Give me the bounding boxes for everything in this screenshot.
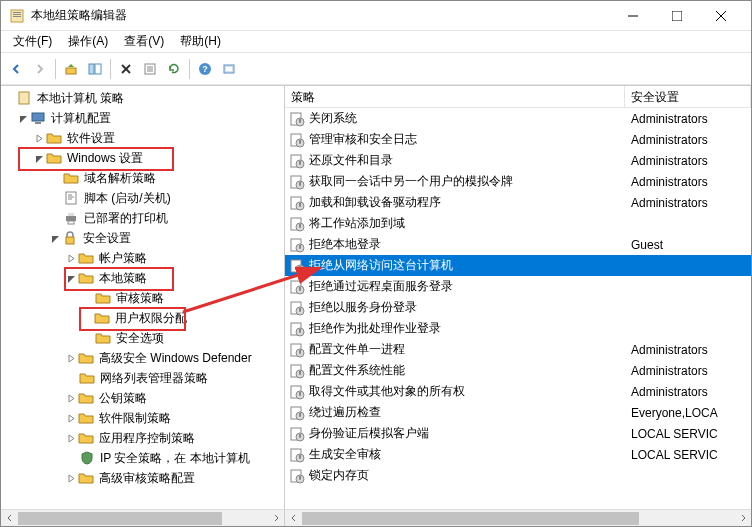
chevron-right-icon[interactable] [65,412,77,424]
policy-icon [289,321,305,337]
back-button[interactable] [5,58,27,80]
tree-software[interactable]: 软件设置 [1,128,284,148]
list-row[interactable]: 关闭系统Administrators [285,108,751,129]
forward-button[interactable] [29,58,51,80]
tree-windows-settings[interactable]: Windows 设置 [1,148,284,168]
scroll-left-icon[interactable] [285,510,302,527]
tree[interactable]: 本地计算机 策略 计算机配置 软件设置 Windows 设置 [1,86,284,509]
list-row[interactable]: 绕过遍历检查Everyone,LOCA [285,402,751,423]
policy-icon [289,300,305,316]
tree-computer-config[interactable]: 计算机配置 [1,108,284,128]
chevron-right-icon[interactable] [33,132,45,144]
list-row[interactable]: 将工作站添加到域 [285,213,751,234]
svg-rect-20 [226,67,232,71]
export-button[interactable] [218,58,240,80]
tree-pubkey[interactable]: 公钥策略 [1,388,284,408]
tree-appctrl[interactable]: 应用程序控制策略 [1,428,284,448]
svg-rect-23 [35,122,41,124]
tree-user-rights[interactable]: 用户权限分配 [1,308,284,328]
list-row[interactable]: 生成安全审核LOCAL SERVIC [285,444,751,465]
policy-setting: Guest [631,238,663,252]
menu-action[interactable]: 操作(A) [60,31,116,52]
policy-icon [289,237,305,253]
tree-dns[interactable]: 域名解析策略 [1,168,284,188]
help-button[interactable]: ? [194,58,216,80]
list-row[interactable]: 拒绝从网络访问这台计算机 [285,255,751,276]
policy-name: 配置文件系统性能 [309,362,405,379]
chevron-right-icon[interactable] [65,432,77,444]
svg-point-36 [299,142,301,144]
lock-icon [62,230,78,246]
list-row[interactable]: 取得文件或其他对象的所有权Administrators [285,381,751,402]
chevron-right-icon[interactable] [65,352,77,364]
tree-scripts[interactable]: 脚本 (启动/关机) [1,188,284,208]
tree-printers[interactable]: 已部署的打印机 [1,208,284,228]
close-button[interactable] [699,2,743,30]
tree-security[interactable]: 安全设置 [1,228,284,248]
column-setting[interactable]: 安全设置 [625,86,751,107]
column-policy[interactable]: 策略 [285,86,625,107]
list-hscrollbar[interactable] [285,509,751,526]
refresh-button[interactable] [163,58,185,80]
policy-setting: Administrators [631,133,708,147]
tree-defender[interactable]: 高级安全 Windows Defender [1,348,284,368]
svg-point-96 [299,457,301,459]
svg-text:?: ? [202,64,208,74]
list-row[interactable]: 获取同一会话中另一个用户的模拟令牌Administrators [285,171,751,192]
svg-point-100 [299,478,301,480]
chevron-down-icon[interactable] [17,112,29,124]
folder-icon [79,370,95,386]
scroll-left-icon[interactable] [1,510,18,527]
policy-name: 锁定内存页 [309,467,369,484]
list-row[interactable]: 身份验证后模拟客户端LOCAL SERVIC [285,423,751,444]
show-hide-button[interactable] [84,58,106,80]
policy-setting: Administrators [631,343,708,357]
tree-local-policy[interactable]: 本地策略 [1,268,284,288]
list-row[interactable]: 配置文件系统性能Administrators [285,360,751,381]
scroll-right-icon[interactable] [267,510,284,527]
chevron-down-icon[interactable] [65,272,77,284]
folder-icon [78,250,94,266]
properties-button[interactable] [139,58,161,80]
chevron-right-icon[interactable] [65,392,77,404]
up-button[interactable] [60,58,82,80]
maximize-button[interactable] [655,2,699,30]
list-row[interactable]: 拒绝本地登录Guest [285,234,751,255]
menu-help[interactable]: 帮助(H) [172,31,229,52]
list-row[interactable]: 管理审核和安全日志Administrators [285,129,751,150]
chevron-down-icon[interactable] [33,152,45,164]
tree-netlist[interactable]: 网络列表管理器策略 [1,368,284,388]
menu-file[interactable]: 文件(F) [5,31,60,52]
minimize-button[interactable] [611,2,655,30]
toolbar: ? [1,53,751,85]
tree-account[interactable]: 帐户策略 [1,248,284,268]
list-row[interactable]: 还原文件和目录Administrators [285,150,751,171]
delete-button[interactable] [115,58,137,80]
list-row[interactable]: 加载和卸载设备驱动程序Administrators [285,192,751,213]
tree-softrestrict[interactable]: 软件限制策略 [1,408,284,428]
policy-name: 取得文件或其他对象的所有权 [309,383,465,400]
svg-point-92 [299,436,301,438]
svg-point-84 [299,394,301,396]
tree-hscrollbar[interactable] [1,509,284,526]
svg-point-56 [299,247,301,249]
chevron-right-icon[interactable] [65,252,77,264]
list-row[interactable]: 锁定内存页 [285,465,751,486]
scroll-right-icon[interactable] [734,510,751,527]
chevron-right-icon[interactable] [65,472,77,484]
tree-root[interactable]: 本地计算机 策略 [1,88,284,108]
menu-view[interactable]: 查看(V) [116,31,172,52]
policy-setting: Everyone,LOCA [631,406,718,420]
chevron-down-icon[interactable] [49,232,61,244]
tree-advaudit[interactable]: 高级审核策略配置 [1,468,284,488]
list-body[interactable]: 关闭系统Administrators管理审核和安全日志Administrator… [285,108,751,509]
list-row[interactable]: 拒绝以服务身份登录 [285,297,751,318]
list-row[interactable]: 配置文件单一进程Administrators [285,339,751,360]
svg-rect-27 [68,221,74,224]
tree-audit[interactable]: 审核策略 [1,288,284,308]
list-row[interactable]: 拒绝作为批处理作业登录 [285,318,751,339]
list-row[interactable]: 拒绝通过远程桌面服务登录 [285,276,751,297]
policy-name: 拒绝本地登录 [309,236,381,253]
tree-security-options[interactable]: 安全选项 [1,328,284,348]
tree-ipsec[interactable]: IP 安全策略，在 本地计算机 [1,448,284,468]
